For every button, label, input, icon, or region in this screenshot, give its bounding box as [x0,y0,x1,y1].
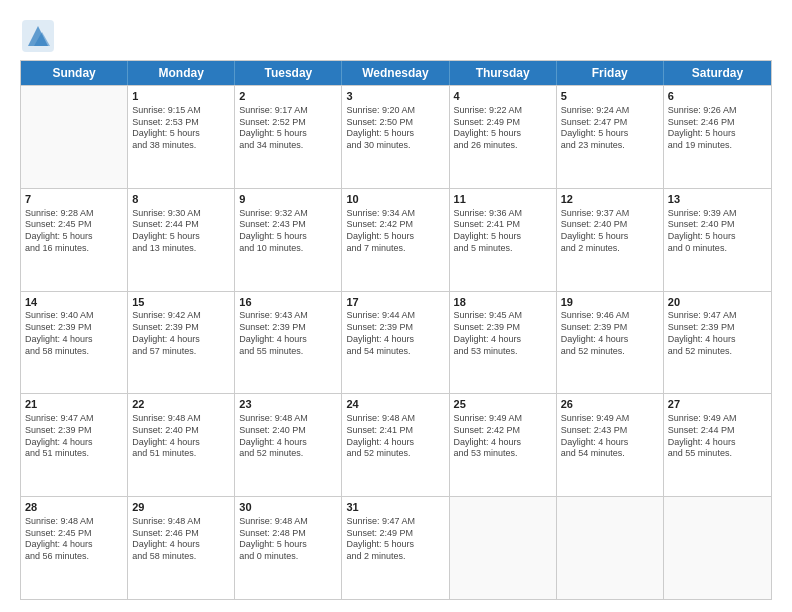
cell-info-line: Sunrise: 9:49 AM [668,413,767,425]
cell-info-line: Sunset: 2:40 PM [239,425,337,437]
logo-icon [20,18,56,54]
cell-info-line: Sunrise: 9:17 AM [239,105,337,117]
calendar-cell [450,497,557,599]
calendar-cell: 12Sunrise: 9:37 AMSunset: 2:40 PMDayligh… [557,189,664,291]
cell-info-line: Sunrise: 9:47 AM [668,310,767,322]
cell-info-line: and 58 minutes. [132,551,230,563]
cell-info-line: Daylight: 5 hours [668,231,767,243]
day-number: 17 [346,295,444,310]
day-number: 13 [668,192,767,207]
cell-info-line: and 58 minutes. [25,346,123,358]
day-number: 22 [132,397,230,412]
calendar-cell: 29Sunrise: 9:48 AMSunset: 2:46 PMDayligh… [128,497,235,599]
calendar-cell: 19Sunrise: 9:46 AMSunset: 2:39 PMDayligh… [557,292,664,394]
day-number: 21 [25,397,123,412]
calendar-cell: 25Sunrise: 9:49 AMSunset: 2:42 PMDayligh… [450,394,557,496]
calendar-row-4: 28Sunrise: 9:48 AMSunset: 2:45 PMDayligh… [21,496,771,599]
weekday-header-wednesday: Wednesday [342,61,449,85]
cell-info-line: Daylight: 4 hours [561,437,659,449]
calendar-row-3: 21Sunrise: 9:47 AMSunset: 2:39 PMDayligh… [21,393,771,496]
cell-info-line: Sunset: 2:42 PM [346,219,444,231]
cell-info-line: Sunrise: 9:48 AM [132,413,230,425]
cell-info-line: Sunset: 2:45 PM [25,219,123,231]
day-number: 7 [25,192,123,207]
cell-info-line: and 19 minutes. [668,140,767,152]
cell-info-line: Sunset: 2:42 PM [454,425,552,437]
cell-info-line: Sunrise: 9:36 AM [454,208,552,220]
cell-info-line: and 10 minutes. [239,243,337,255]
cell-info-line: Sunset: 2:43 PM [561,425,659,437]
calendar-cell: 2Sunrise: 9:17 AMSunset: 2:52 PMDaylight… [235,86,342,188]
cell-info-line: Sunset: 2:53 PM [132,117,230,129]
cell-info-line: and 57 minutes. [132,346,230,358]
cell-info-line: and 2 minutes. [346,551,444,563]
day-number: 29 [132,500,230,515]
day-number: 31 [346,500,444,515]
cell-info-line: Sunset: 2:43 PM [239,219,337,231]
cell-info-line: Sunrise: 9:48 AM [346,413,444,425]
cell-info-line: Sunrise: 9:48 AM [25,516,123,528]
cell-info-line: and 51 minutes. [132,448,230,460]
weekday-header-monday: Monday [128,61,235,85]
day-number: 10 [346,192,444,207]
cell-info-line: Daylight: 4 hours [454,334,552,346]
cell-info-line: and 51 minutes. [25,448,123,460]
cell-info-line: Sunrise: 9:44 AM [346,310,444,322]
cell-info-line: and 53 minutes. [454,448,552,460]
calendar-cell: 28Sunrise: 9:48 AMSunset: 2:45 PMDayligh… [21,497,128,599]
day-number: 4 [454,89,552,104]
cell-info-line: Sunset: 2:46 PM [132,528,230,540]
cell-info-line: Sunrise: 9:49 AM [454,413,552,425]
cell-info-line: Daylight: 5 hours [346,231,444,243]
cell-info-line: Sunset: 2:52 PM [239,117,337,129]
day-number: 20 [668,295,767,310]
calendar-row-2: 14Sunrise: 9:40 AMSunset: 2:39 PMDayligh… [21,291,771,394]
cell-info-line: Sunrise: 9:49 AM [561,413,659,425]
weekday-header-saturday: Saturday [664,61,771,85]
cell-info-line: Sunrise: 9:26 AM [668,105,767,117]
cell-info-line: Sunset: 2:49 PM [346,528,444,540]
cell-info-line: Daylight: 5 hours [454,128,552,140]
calendar-cell: 16Sunrise: 9:43 AMSunset: 2:39 PMDayligh… [235,292,342,394]
calendar-row-0: 1Sunrise: 9:15 AMSunset: 2:53 PMDaylight… [21,85,771,188]
calendar-cell: 26Sunrise: 9:49 AMSunset: 2:43 PMDayligh… [557,394,664,496]
cell-info-line: Daylight: 4 hours [346,334,444,346]
cell-info-line: Daylight: 5 hours [132,231,230,243]
cell-info-line: Daylight: 5 hours [561,231,659,243]
cell-info-line: Daylight: 5 hours [346,539,444,551]
cell-info-line: and 2 minutes. [561,243,659,255]
calendar-cell: 1Sunrise: 9:15 AMSunset: 2:53 PMDaylight… [128,86,235,188]
cell-info-line: and 53 minutes. [454,346,552,358]
day-number: 27 [668,397,767,412]
cell-info-line: and 5 minutes. [454,243,552,255]
cell-info-line: Daylight: 5 hours [239,128,337,140]
cell-info-line: Sunset: 2:40 PM [561,219,659,231]
cell-info-line: and 23 minutes. [561,140,659,152]
calendar-cell: 22Sunrise: 9:48 AMSunset: 2:40 PMDayligh… [128,394,235,496]
cell-info-line: Sunrise: 9:24 AM [561,105,659,117]
cell-info-line: Sunrise: 9:20 AM [346,105,444,117]
cell-info-line: Daylight: 4 hours [25,334,123,346]
day-number: 3 [346,89,444,104]
cell-info-line: Sunrise: 9:32 AM [239,208,337,220]
cell-info-line: Sunrise: 9:47 AM [346,516,444,528]
cell-info-line: Sunset: 2:39 PM [239,322,337,334]
day-number: 9 [239,192,337,207]
cell-info-line: Sunset: 2:39 PM [132,322,230,334]
calendar-body: 1Sunrise: 9:15 AMSunset: 2:53 PMDaylight… [21,85,771,599]
cell-info-line: and 34 minutes. [239,140,337,152]
cell-info-line: Sunset: 2:45 PM [25,528,123,540]
calendar: SundayMondayTuesdayWednesdayThursdayFrid… [20,60,772,600]
cell-info-line: Sunset: 2:40 PM [668,219,767,231]
cell-info-line: Sunset: 2:39 PM [25,322,123,334]
calendar-cell: 21Sunrise: 9:47 AMSunset: 2:39 PMDayligh… [21,394,128,496]
calendar-cell [664,497,771,599]
cell-info-line: Sunrise: 9:45 AM [454,310,552,322]
cell-info-line: Daylight: 4 hours [25,539,123,551]
cell-info-line: Sunset: 2:46 PM [668,117,767,129]
cell-info-line: Sunrise: 9:42 AM [132,310,230,322]
cell-info-line: Sunset: 2:41 PM [346,425,444,437]
cell-info-line: Daylight: 4 hours [132,437,230,449]
cell-info-line: Sunset: 2:49 PM [454,117,552,129]
cell-info-line: Daylight: 5 hours [668,128,767,140]
